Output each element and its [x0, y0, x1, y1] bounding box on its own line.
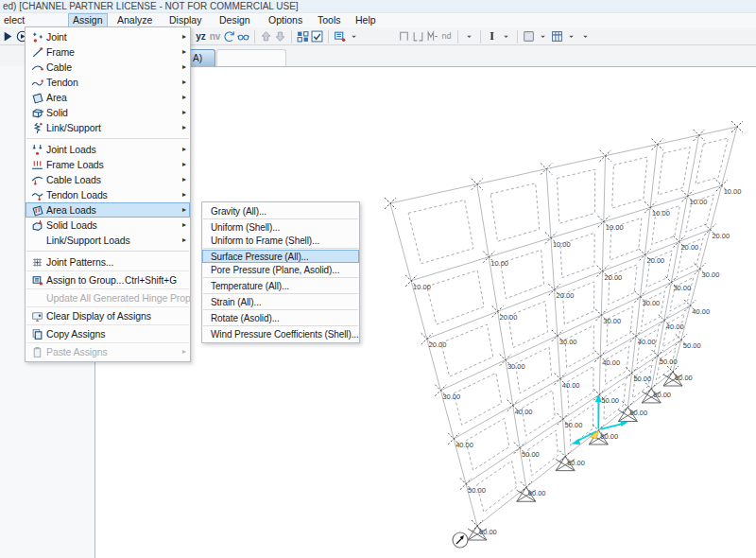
i-section-button[interactable]: I: [486, 29, 498, 44]
assign-to-group-toolbar-icon[interactable]: [334, 29, 346, 44]
move-down-icon[interactable]: [274, 29, 286, 44]
channel-section-icon[interactable]: [398, 29, 410, 44]
toolbar-separator: [480, 30, 481, 44]
dropdown-arrow-icon[interactable]: [500, 29, 512, 44]
model-viewport[interactable]: [94, 66, 756, 558]
frame-icon: [28, 46, 46, 59]
uniform-shell-menu-item[interactable]: Uniform (Shell)...: [202, 220, 359, 234]
menu-separator: [203, 277, 358, 278]
dropdown-arrow-icon[interactable]: [348, 29, 360, 44]
dropdown-arrow-icon[interactable]: [579, 29, 592, 44]
move-up-icon[interactable]: [260, 29, 272, 44]
tendon-loads-menu-item[interactable]: Tendon Loads▸: [26, 187, 190, 202]
frame-loads-menu-item[interactable]: Frame Loads▸: [26, 157, 190, 172]
menu-separator: [203, 218, 358, 219]
link-support-menu-item[interactable]: Link/Support▸: [26, 120, 190, 135]
dropdown-arrow-icon[interactable]: [565, 29, 577, 44]
clear-display-of-assigns-menu-item[interactable]: Clear Display of Assigns: [26, 308, 190, 323]
cable-loads-menu-item[interactable]: Cable Loads▸: [26, 172, 190, 187]
rotate-asolid-menu-item[interactable]: Rotate (Asolid)...: [202, 311, 359, 324]
menubar-item-analyze[interactable]: Analyze: [113, 13, 156, 27]
menubar-item-help[interactable]: Help: [352, 13, 380, 27]
submenu-arrow-icon: ▸: [182, 32, 186, 41]
menu-separator: [26, 251, 189, 252]
no-icon: [28, 292, 46, 305]
view-nv-button[interactable]: nv: [209, 29, 221, 44]
menu-item-label: Surface Pressure (All)...: [211, 252, 359, 262]
wind-pressure-coefficients-shell-menu-item[interactable]: Wind Pressure Coefficients (Shell)...: [202, 327, 359, 340]
cable-menu-item[interactable]: Cable▸: [26, 60, 190, 75]
solid-icon: [28, 107, 46, 119]
menu-item-label: Joint Patterns...: [46, 256, 190, 268]
menubar-item-display[interactable]: Display: [165, 13, 205, 27]
menu-separator: [26, 342, 189, 343]
menubar-item-select[interactable]: elect: [0, 13, 28, 27]
joint-patterns-menu-item[interactable]: Joint Patterns...: [26, 254, 190, 270]
tendon-loads-icon: [28, 189, 46, 201]
dropdown-arrow-icon[interactable]: [537, 29, 549, 44]
grid-table-icon[interactable]: [551, 29, 563, 44]
area-menu-item[interactable]: Area▸: [26, 90, 190, 105]
submenu-arrow-icon: ▸: [182, 160, 186, 168]
paste-assigns-icon: [28, 346, 46, 358]
menu-separator: [203, 309, 358, 310]
gravity-all-menu-item[interactable]: Gravity (All)...: [202, 204, 359, 218]
menu-separator: [26, 306, 189, 307]
menubar-item-assign[interactable]: Assign: [68, 13, 108, 27]
menu-item-label: Area: [46, 92, 190, 103]
menu-separator: [203, 293, 358, 294]
menu-item-label: Assign to Group...: [46, 274, 125, 286]
view-yz-button[interactable]: yz: [195, 29, 207, 44]
run-analysis-icon[interactable]: [2, 29, 14, 44]
link-support-loads-menu-item[interactable]: Link/Support Loads▸: [26, 233, 190, 248]
submenu-arrow-icon: ▸: [182, 78, 186, 86]
joint-icon: [28, 31, 46, 44]
frame-loads-icon: [28, 159, 46, 171]
menu-item-label: Wind Pressure Coefficients (Shell)...: [211, 329, 359, 340]
menubar-item-options[interactable]: Options: [265, 13, 306, 27]
view-tab-inactive[interactable]: [216, 49, 286, 66]
submenu-arrow-icon: ▸: [182, 190, 186, 199]
clear-display-icon: [28, 310, 46, 323]
wide-flange-section-icon[interactable]: [426, 29, 438, 44]
menubar-item-tools[interactable]: Tools: [314, 13, 345, 27]
area-loads-menu-item[interactable]: Area Loads▸: [26, 202, 190, 218]
pore-pressure-plane-asolid-menu-item[interactable]: Pore Pressure (Plane, Asolid)...: [202, 263, 359, 276]
area-loads-icon: [28, 204, 46, 217]
menubar-item-design[interactable]: Design: [215, 13, 254, 27]
menu-separator: [26, 288, 189, 289]
tendon-menu-item[interactable]: Tendon▸: [26, 75, 190, 90]
joint-menu-item[interactable]: Joint▸: [26, 29, 190, 44]
assign-to-group-icon: [28, 274, 46, 287]
window-title: ed) [CHANNEL PARTNER LICENSE - NOT FOR C…: [3, 1, 299, 11]
double-angle-section-icon[interactable]: [412, 29, 424, 44]
dropdown-arrow-icon[interactable]: [463, 29, 475, 44]
submenu-arrow-icon: ▸: [182, 93, 186, 101]
solid-loads-menu-item[interactable]: Solid Loads▸: [26, 218, 190, 233]
menu-item-label: Tendon Loads: [46, 189, 190, 201]
checkbox-checked-icon[interactable]: [311, 29, 323, 44]
app-window: ed) [CHANNEL PARTNER LICENSE - NOT FOR C…: [0, 0, 756, 558]
strain-all-menu-item[interactable]: Strain (All)...: [202, 295, 359, 308]
solid-menu-item[interactable]: Solid▸: [26, 105, 190, 120]
joint-loads-menu-item[interactable]: Joint Loads▸: [26, 142, 190, 157]
frame-menu-item[interactable]: Frame▸: [26, 44, 190, 60]
copy-assigns-menu-item[interactable]: Copy Assigns: [26, 326, 190, 341]
menu-item-label: Copy Assigns: [46, 328, 190, 340]
assign-to-group-menu-item[interactable]: Assign to Group...Ctrl+Shift+G: [26, 272, 190, 288]
menu-item-label: Uniform to Frame (Shell)...: [211, 235, 359, 246]
submenu-arrow-icon: ▸: [182, 123, 186, 131]
paste-assigns-menu-item[interactable]: Paste Assigns▸: [26, 344, 190, 359]
uniform-to-frame-shell-menu-item[interactable]: Uniform to Frame (Shell)...: [202, 234, 359, 247]
display-options-icon[interactable]: [297, 29, 309, 44]
temperature-all-menu-item[interactable]: Temperature (All)...: [202, 279, 359, 292]
rotate-3d-icon[interactable]: [223, 29, 235, 44]
nd-section-button[interactable]: nd: [440, 29, 453, 44]
menu-separator: [26, 270, 189, 271]
joint-loads-icon: [28, 144, 46, 156]
submenu-arrow-icon: ▸: [182, 145, 186, 153]
surface-pressure-all-menu-item[interactable]: Surface Pressure (All)...: [202, 250, 359, 263]
perspective-glasses-icon[interactable]: [237, 29, 249, 44]
area-display-icon[interactable]: [523, 29, 535, 44]
update-all-generated-hinge-properties-menu-item[interactable]: Update All Generated Hinge Properties: [26, 290, 190, 305]
